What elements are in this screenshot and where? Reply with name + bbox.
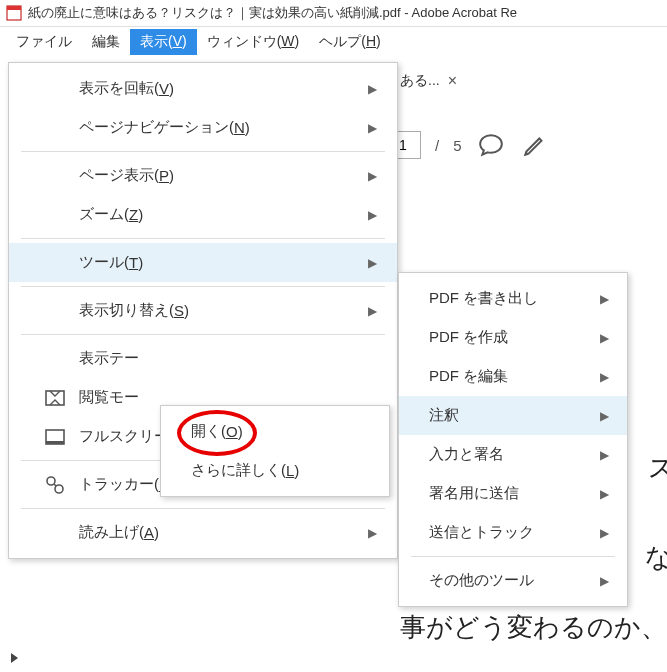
tool-fill-sign[interactable]: 入力と署名▶: [399, 435, 627, 474]
menu-page-navigation[interactable]: ページナビゲーション(N)▶: [9, 108, 397, 147]
fullscreen-icon: [44, 426, 66, 448]
tools-sub-dropdown: 開く(O) さらに詳しく(L): [160, 405, 390, 497]
chevron-right-icon: ▶: [600, 292, 609, 306]
chevron-right-icon: ▶: [600, 409, 609, 423]
svg-point-6: [55, 485, 63, 493]
svg-point-5: [47, 477, 55, 485]
menu-window[interactable]: ウィンドウ(W): [197, 29, 310, 55]
chevron-right-icon: ▶: [600, 526, 609, 540]
tool-create-pdf[interactable]: PDF を作成▶: [399, 318, 627, 357]
menu-show-hide[interactable]: 表示切り替え(S)▶: [9, 291, 397, 330]
chevron-right-icon: ▶: [600, 331, 609, 345]
comment-bubble-icon[interactable]: [476, 130, 506, 160]
chevron-right-icon: ▶: [368, 208, 377, 222]
chevron-right-icon: ▶: [368, 169, 377, 183]
svg-rect-2: [46, 391, 64, 405]
window-title: 紙の廃止に意味はある？リスクは？｜実は効果の高い紙削減.pdf - Adobe …: [28, 4, 517, 22]
chevron-right-icon: ▶: [600, 370, 609, 384]
submenu-more-detail[interactable]: さらに詳しく(L): [161, 451, 389, 490]
doc-text-fragment: な: [645, 540, 667, 575]
tracker-icon: [44, 474, 66, 496]
page-separator: /: [435, 137, 439, 154]
menu-rotate-view[interactable]: 表示を回転(V)▶: [9, 69, 397, 108]
menu-separator: [21, 238, 385, 239]
chevron-right-icon: ▶: [600, 487, 609, 501]
svg-line-7: [54, 484, 56, 486]
menu-separator: [411, 556, 615, 557]
read-mode-icon: [44, 387, 66, 409]
chevron-right-icon: ▶: [368, 304, 377, 318]
tools-list-dropdown: PDF を書き出し▶ PDF を作成▶ PDF を編集▶ 注釈▶ 入力と署名▶ …: [398, 272, 628, 607]
menu-file[interactable]: ファイル: [6, 29, 82, 55]
pencil-icon[interactable]: [520, 130, 550, 160]
doc-text-fragment: 事がどう変わるのか、: [400, 610, 667, 645]
tool-export-pdf[interactable]: PDF を書き出し▶: [399, 279, 627, 318]
pdf-icon: [6, 5, 22, 21]
chevron-right-icon: ▶: [600, 448, 609, 462]
chevron-right-icon: ▶: [368, 82, 377, 96]
svg-rect-4: [46, 441, 64, 444]
menu-help[interactable]: ヘルプ(H): [309, 29, 390, 55]
menu-edit[interactable]: 編集: [82, 29, 130, 55]
tool-other-tools[interactable]: その他のツール▶: [399, 561, 627, 600]
panel-expand-icon[interactable]: [8, 651, 22, 668]
menu-zoom[interactable]: ズーム(Z)▶: [9, 195, 397, 234]
tool-send-for-signature[interactable]: 署名用に送信▶: [399, 474, 627, 513]
menubar: ファイル 編集 表示(V) ウィンドウ(W) ヘルプ(H): [0, 27, 667, 57]
menu-separator: [21, 334, 385, 335]
tool-edit-pdf[interactable]: PDF を編集▶: [399, 357, 627, 396]
menu-page-display[interactable]: ページ表示(P)▶: [9, 156, 397, 195]
doc-text-fragment: ズ: [648, 450, 667, 485]
menu-display-theme[interactable]: 表示テー: [9, 339, 397, 378]
chevron-right-icon: ▶: [600, 574, 609, 588]
chevron-right-icon: ▶: [368, 121, 377, 135]
submenu-open[interactable]: 開く(O): [161, 412, 389, 451]
menu-separator: [21, 151, 385, 152]
page-total: 5: [453, 137, 461, 154]
tool-send-track[interactable]: 送信とトラック▶: [399, 513, 627, 552]
tab-close-icon[interactable]: ×: [448, 72, 457, 90]
chevron-right-icon: ▶: [368, 256, 377, 270]
menu-separator: [21, 286, 385, 287]
menu-separator: [21, 508, 385, 509]
chevron-right-icon: ▶: [368, 526, 377, 540]
tool-comment[interactable]: 注釈▶: [399, 396, 627, 435]
menu-tools[interactable]: ツール(T)▶: [9, 243, 397, 282]
document-tab[interactable]: ある...: [400, 72, 440, 90]
svg-rect-1: [7, 6, 21, 10]
menu-view[interactable]: 表示(V): [130, 29, 197, 55]
menu-read-aloud[interactable]: 読み上げ(A)▶: [9, 513, 397, 552]
